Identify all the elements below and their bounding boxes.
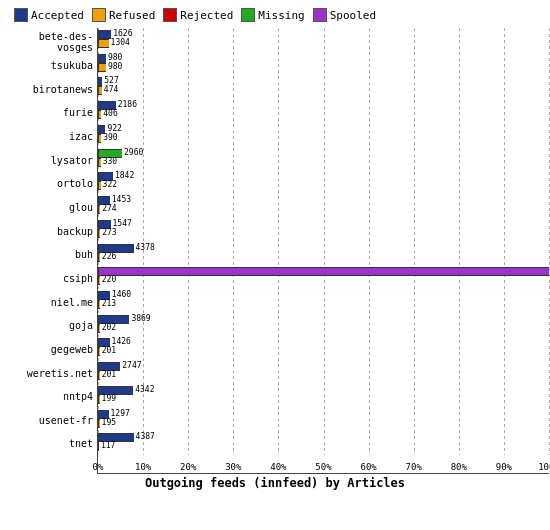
bar-row-csiph: 55600220 — [98, 265, 549, 289]
chart-container: Accepted Refused Rejected Missing Spoole… — [0, 0, 550, 530]
legend-box-accepted — [14, 8, 28, 22]
bar-accepted-label: 527 — [102, 76, 118, 85]
bar-accepted-label: 1626 — [111, 29, 132, 38]
y-axis-labels: bete-des-vosgestsukubabirotanewsfurieiza… — [9, 28, 97, 474]
bar-row-ortolo: 1842322 — [98, 170, 549, 194]
bar-refused-label: 220 — [100, 275, 116, 284]
bar-accepted-label: 1297 — [109, 409, 130, 418]
y-label-backup: backup — [9, 221, 97, 241]
bar-refused-label: 330 — [101, 157, 117, 166]
legend-label-rejected: Rejected — [180, 9, 233, 22]
x-tick-0: 0% — [93, 462, 104, 472]
y-label-weretis-net: weretis.net — [9, 363, 97, 383]
x-tick-6: 60% — [360, 462, 376, 472]
y-label-nntp4: nntp4 — [9, 387, 97, 407]
bar-refused — [98, 39, 109, 48]
bar-refused-label: 117 — [99, 441, 115, 450]
legend-box-missing — [241, 8, 255, 22]
bar-accepted-label: 3869 — [129, 314, 150, 323]
bar-refused-label: 226 — [100, 252, 116, 261]
bar-row-backup: 1547273 — [98, 218, 549, 242]
legend-label-refused: Refused — [109, 9, 155, 22]
legend-spooled: Spooled — [313, 8, 376, 22]
bars-area: 1626130498098052747421864069223902960330… — [97, 28, 549, 474]
x-tick-8: 80% — [451, 462, 467, 472]
bar-row-izac: 922390 — [98, 123, 549, 147]
bar-accepted-label: 2186 — [116, 100, 137, 109]
bar-row-furie: 2186406 — [98, 99, 549, 123]
bar-row-bete-des-vosges: 16261304 — [98, 28, 549, 52]
bar-accepted-label: 922 — [105, 124, 121, 133]
bar-refused-label: 322 — [101, 180, 117, 189]
y-label-tnet: tnet — [9, 434, 97, 454]
legend-box-spooled — [313, 8, 327, 22]
legend-box-refused — [92, 8, 106, 22]
bar-accepted-label: 1453 — [110, 195, 131, 204]
bar-refused-label: 201 — [100, 370, 116, 379]
y-label-gegeweb: gegeweb — [9, 339, 97, 359]
bar-refused-label: 213 — [100, 299, 116, 308]
legend-missing: Missing — [241, 8, 304, 22]
legend-accepted: Accepted — [14, 8, 84, 22]
bar-refused-label: 1304 — [109, 38, 130, 47]
bar-accepted-label: 1547 — [111, 219, 132, 228]
bar-refused-label: 195 — [100, 418, 116, 427]
bar-refused-label: 390 — [101, 133, 117, 142]
x-tick-10: 100% — [538, 462, 550, 472]
legend: Accepted Refused Rejected Missing Spoole… — [4, 8, 546, 22]
bar-refused-label: 474 — [102, 85, 118, 94]
bar-accepted-label: 4378 — [134, 243, 155, 252]
bar-accepted — [98, 267, 549, 276]
bar-refused-label: 273 — [100, 228, 116, 237]
legend-box-rejected — [163, 8, 177, 22]
y-label-niel-me: niel.me — [9, 292, 97, 312]
y-label-tsukuba: tsukuba — [9, 55, 97, 75]
bar-accepted-label: 1460 — [110, 290, 131, 299]
legend-label-accepted: Accepted — [31, 9, 84, 22]
bar-row-usenet-fr: 1297195 — [98, 408, 549, 432]
chart-title: Outgoing feeds (innfeed) by Articles — [4, 476, 546, 490]
bar-refused-label: 199 — [100, 394, 116, 403]
bar-accepted-label: 1426 — [110, 337, 131, 346]
bar-row-goja: 3869202 — [98, 313, 549, 337]
bar-refused-label: 202 — [100, 323, 116, 332]
bar-row-tsukuba: 980980 — [98, 52, 549, 76]
bar-row-tnet: 4387117 — [98, 431, 549, 455]
y-label-birotanews: birotanews — [9, 79, 97, 99]
y-label-ortolo: ortolo — [9, 174, 97, 194]
y-label-lysator: lysator — [9, 150, 97, 170]
bar-refused — [98, 63, 106, 72]
bar-row-birotanews: 527474 — [98, 75, 549, 99]
y-label-bete-des-vosges: bete-des-vosges — [9, 32, 97, 52]
x-tick-1: 10% — [135, 462, 151, 472]
bar-row-lysator: 2960330 — [98, 147, 549, 171]
bar-row-nntp4: 4342199 — [98, 384, 549, 408]
y-label-usenet-fr: usenet-fr — [9, 410, 97, 430]
bar-row-weretis-net: 2747201 — [98, 360, 549, 384]
bar-refused-label: 274 — [100, 204, 116, 213]
y-label-goja: goja — [9, 316, 97, 336]
bar-row-gegeweb: 1426201 — [98, 336, 549, 360]
bar-accepted-label: 4387 — [134, 432, 155, 441]
x-axis-labels: 0%10%20%30%40%50%60%70%80%90%100% — [98, 455, 549, 473]
bar-accepted-label: 2960 — [122, 148, 143, 157]
legend-label-spooled: Spooled — [330, 9, 376, 22]
x-tick-5: 50% — [315, 462, 331, 472]
y-label-buh: buh — [9, 245, 97, 265]
y-label-glou: glou — [9, 197, 97, 217]
bar-accepted-label: 2747 — [120, 361, 141, 370]
x-tick-4: 40% — [270, 462, 286, 472]
legend-refused: Refused — [92, 8, 155, 22]
bar-row-glou: 1453274 — [98, 194, 549, 218]
y-label-izac: izac — [9, 126, 97, 146]
bar-refused-label: 980 — [106, 62, 122, 71]
bar-row-buh: 4378226 — [98, 242, 549, 266]
legend-rejected: Rejected — [163, 8, 233, 22]
bar-refused-label: 201 — [100, 346, 116, 355]
bar-accepted-label: 980 — [106, 53, 122, 62]
bar-accepted — [98, 54, 106, 63]
bars-rows: 1626130498098052747421864069223902960330… — [98, 28, 549, 455]
x-tick-3: 30% — [225, 462, 241, 472]
legend-label-missing: Missing — [258, 9, 304, 22]
bar-refused-label: 406 — [101, 109, 117, 118]
